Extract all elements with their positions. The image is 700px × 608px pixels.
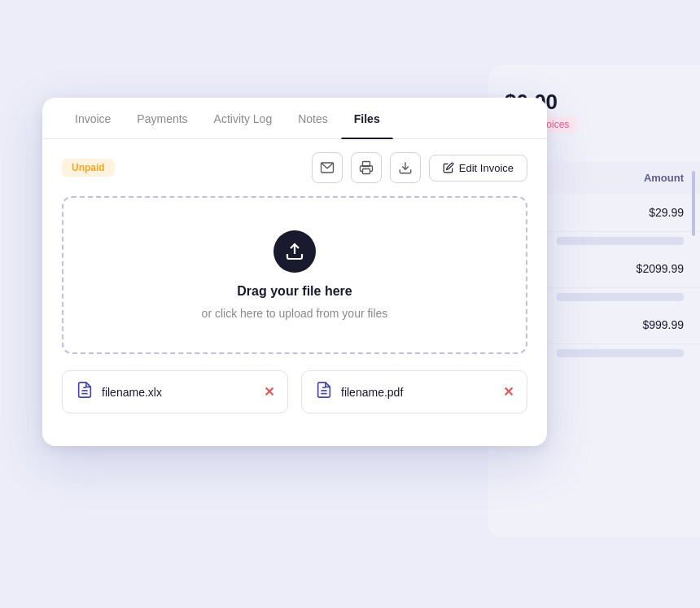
upload-icon-circle (273, 230, 316, 273)
edit-icon (443, 162, 454, 173)
print-icon (359, 160, 374, 175)
email-icon (320, 160, 335, 175)
file-xlx-icon (76, 381, 94, 403)
download-icon (398, 160, 413, 175)
download-button[interactable] (390, 152, 421, 183)
file-item-pdf: filename.pdf ✕ (301, 370, 527, 413)
svg-rect-2 (362, 169, 370, 174)
file-pdf-icon (315, 381, 333, 403)
files-list: filename.xlx ✕ filename.pdf ✕ (42, 354, 547, 413)
upload-subtitle: or click here to upload from your files (202, 307, 388, 320)
file-item-xlx: filename.xlx ✕ (62, 370, 288, 413)
tab-activity-log[interactable]: Activity Log (201, 98, 286, 138)
edit-invoice-button[interactable]: Edit Invoice (429, 155, 527, 182)
modal-toolbar: Unpaid (42, 139, 547, 196)
bg-scrollbar[interactable] (692, 171, 695, 236)
file-xlx-remove-button[interactable]: ✕ (264, 384, 274, 400)
email-button[interactable] (312, 152, 343, 183)
tab-files[interactable]: Files (341, 98, 393, 138)
tab-payments[interactable]: Payments (124, 98, 200, 138)
upload-title: Drag your file here (237, 284, 352, 299)
bg-placeholder-2 (557, 293, 684, 301)
tab-notes[interactable]: Notes (285, 98, 341, 138)
unpaid-badge: Unpaid (62, 159, 115, 177)
tab-invoice[interactable]: Invoice (62, 98, 124, 138)
upload-dropzone[interactable]: Drag your file here or click here to upl… (62, 196, 527, 354)
print-button[interactable] (351, 152, 382, 183)
file-pdf-remove-button[interactable]: ✕ (503, 384, 514, 400)
file-xlx-name: filename.xlx (102, 386, 256, 399)
bg-placeholder-1 (557, 237, 684, 245)
tab-bar: Invoice Payments Activity Log Notes File… (42, 98, 547, 139)
page-wrapper: $0.00 Due Invoices Amount $29.99 $2099.9… (0, 0, 700, 608)
edit-invoice-label: Edit Invoice (459, 162, 514, 174)
upload-icon (285, 242, 304, 261)
bg-placeholder-3 (557, 349, 684, 357)
modal: Invoice Payments Activity Log Notes File… (42, 98, 547, 446)
file-pdf-name: filename.pdf (341, 386, 495, 399)
